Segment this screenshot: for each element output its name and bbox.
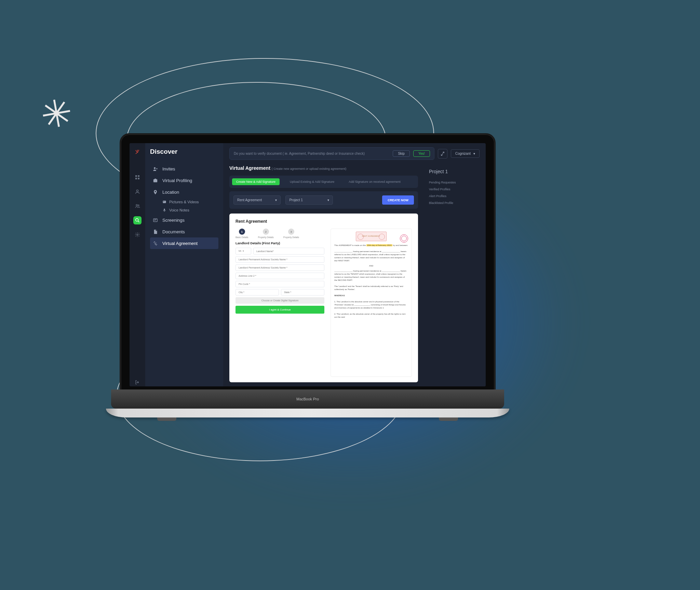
settings-icon[interactable]	[133, 231, 142, 239]
project-select[interactable]: Project 1▾	[285, 195, 333, 205]
step-label: Basic Details	[235, 236, 248, 238]
panel-item-verified[interactable]: Verified Profiles	[429, 186, 481, 193]
svg-rect-2	[135, 178, 137, 179]
tab-upload-existing[interactable]: Upload Existing & Add Signature	[286, 178, 338, 185]
nav-label: Invites	[162, 166, 175, 171]
logout-icon[interactable]	[133, 378, 142, 386]
controls-bar: Rent Agreement▾ Project 1▾ CREATE NOW	[229, 191, 418, 209]
nav-sub-pictures[interactable]: Pictures & Videos	[150, 198, 218, 206]
continue-button[interactable]: I agint & Continue	[235, 306, 324, 314]
nav-label: Screenings	[162, 218, 185, 223]
svg-rect-1	[138, 175, 139, 177]
stamp-text: RENT AGREEMENT	[362, 235, 380, 238]
document-header: RENT AGREEMENT	[334, 232, 408, 241]
nav-title: Discover	[150, 148, 218, 155]
nav-item-documents[interactable]: Documents	[150, 226, 218, 237]
prompt-text: Do you want to verify document ( ie. Agr…	[234, 152, 365, 155]
create-now-button[interactable]: CREATE NOW	[382, 195, 414, 205]
svg-rect-12	[163, 201, 166, 203]
dashboard-icon[interactable]	[133, 173, 142, 181]
form-steps: 1Basic Details 2Property Details 3Proper…	[235, 229, 324, 238]
step-2[interactable]: 2Property Details	[258, 229, 274, 238]
svg-rect-3	[138, 178, 139, 179]
nav-label: Virtual Agreement	[162, 241, 198, 246]
step-1[interactable]: 1Basic Details	[235, 229, 248, 238]
account-dropdown[interactable]: Cognizant▾	[451, 149, 480, 158]
signature-button[interactable]: Choose or Create Digital Signature	[235, 297, 324, 304]
city-input[interactable]	[235, 289, 279, 296]
nav-item-invites[interactable]: Invites	[150, 163, 218, 175]
nav-item-location[interactable]: Location	[150, 186, 218, 198]
invites-icon	[152, 166, 158, 172]
laptop-mockup: Discover Invites Virtual Profiling Locat…	[106, 133, 509, 427]
svg-point-9	[154, 167, 156, 169]
tab-add-signature[interactable]: Add Signature on received agreement	[345, 178, 405, 185]
pincode-input[interactable]	[235, 281, 324, 287]
skip-button[interactable]: Skip	[393, 150, 409, 157]
address2-input[interactable]	[235, 264, 324, 271]
group-icon[interactable]	[133, 202, 142, 210]
chevron-down-icon: ▾	[327, 198, 329, 202]
page-title: Virtual Agreement ( Create new agreement…	[229, 165, 418, 171]
star-decoration: ✳	[37, 90, 76, 139]
page-subtitle: ( Create new agreement or upload existin…	[272, 167, 347, 170]
panel-item-blacklisted[interactable]: Blacklisted Profile	[429, 200, 481, 206]
yes-button[interactable]: Yes!	[413, 150, 430, 157]
doc-para: ________________ having permanent reside…	[334, 250, 408, 262]
chevron-down-icon: ▾	[473, 152, 475, 155]
nav-item-screenings[interactable]: Screenings	[150, 214, 218, 226]
search-icon[interactable]	[133, 216, 142, 224]
doc-and: AND	[334, 264, 408, 267]
nav-sub-voice[interactable]: Voice Notes	[150, 206, 218, 214]
doc-intro: This AGREEMENT is made on this 20th day …	[334, 244, 408, 247]
doc-clause: 1. The Landlord is the absolute owner an…	[334, 300, 408, 310]
svg-rect-11	[154, 178, 156, 179]
user-icon[interactable]	[133, 188, 142, 196]
landlord-name-input[interactable]	[253, 248, 324, 255]
svg-point-5	[136, 204, 137, 206]
svg-point-6	[138, 205, 139, 206]
nav-label: Location	[162, 190, 179, 195]
section-title: Landlord Details (First Party)	[235, 241, 324, 245]
doc-clause: 2. The Landlord, as the absolute owner o…	[334, 313, 408, 319]
svg-rect-0	[135, 175, 137, 177]
doc-para: ________________ having permanent reside…	[334, 270, 408, 282]
agreement-icon	[152, 240, 158, 246]
nav-item-profiling[interactable]: Virtual Profiling	[150, 175, 218, 186]
app-logo[interactable]	[133, 148, 142, 156]
panel-item-pending[interactable]: Pending Requestes	[429, 179, 481, 186]
tab-create-new[interactable]: Create New & Add Signature	[232, 178, 280, 185]
nav-sub-label: Voice Notes	[169, 208, 189, 212]
card-title: Rent Agreement	[235, 219, 412, 224]
svg-point-4	[136, 190, 138, 192]
sidebar-nav: Discover Invites Virtual Profiling Locat…	[145, 143, 223, 386]
step-label: Property Details	[258, 236, 274, 238]
state-input[interactable]	[281, 289, 324, 296]
laptop-brand: MacBook Pro	[296, 397, 319, 401]
panel-item-alert[interactable]: Alert Profiles	[429, 193, 481, 200]
doc-para: The 'Landlord' and the 'Tenant' shall be…	[334, 285, 408, 291]
address1-input[interactable]	[235, 256, 324, 263]
agreement-type-select[interactable]: Rent Agreement▾	[233, 195, 281, 205]
svg-rect-10	[153, 179, 157, 182]
documents-icon	[152, 229, 158, 235]
nav-label: Documents	[162, 229, 185, 234]
step-label: Property Details	[283, 236, 299, 238]
laptop-foot	[157, 417, 176, 421]
seal-stamp	[400, 234, 408, 243]
step-3[interactable]: 3Property Details	[283, 229, 299, 238]
prefix-select[interactable]: Mr. ▾	[235, 248, 251, 255]
laptop-bezel: Discover Invites Virtual Profiling Locat…	[120, 133, 496, 396]
address3-input[interactable]	[235, 273, 324, 279]
svg-point-13	[164, 201, 164, 202]
form-column: 1Basic Details 2Property Details 3Proper…	[235, 229, 324, 377]
select-value: Rent Agreement	[237, 198, 262, 202]
nav-item-virtual-agreement[interactable]: Virtual Agreement	[150, 237, 218, 249]
svg-rect-14	[164, 209, 165, 211]
screenings-icon	[152, 217, 158, 223]
voice-icon	[162, 208, 166, 212]
page-title-text: Virtual Agreement	[229, 165, 270, 171]
app-screen: Discover Invites Virtual Profiling Locat…	[130, 143, 486, 386]
notification-button[interactable]	[438, 149, 447, 159]
main-area: Do you want to verify document ( ie. Agr…	[223, 143, 486, 386]
